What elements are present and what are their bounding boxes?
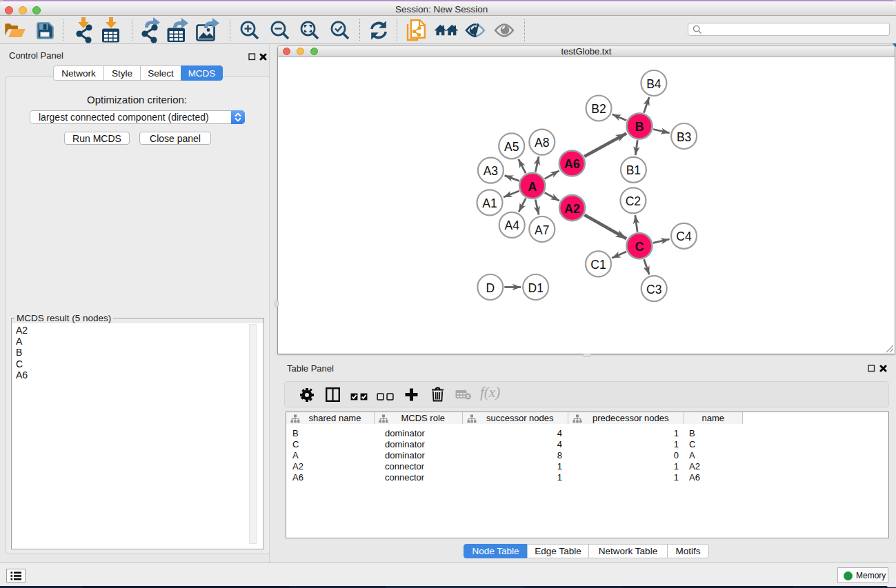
svg-text:A5: A5 (504, 140, 519, 154)
svg-text:C4: C4 (676, 230, 692, 243)
svg-text:B: B (635, 120, 644, 134)
svg-text:D1: D1 (528, 281, 544, 295)
svg-text:D: D (486, 281, 495, 295)
svg-text:A4: A4 (504, 219, 519, 232)
svg-text:B2: B2 (591, 102, 606, 116)
svg-text:C3: C3 (646, 283, 661, 296)
svg-text:A6: A6 (564, 157, 580, 171)
svg-text:A3: A3 (484, 164, 498, 178)
svg-text:C1: C1 (590, 258, 606, 272)
svg-text:C: C (635, 240, 644, 254)
svg-text:A1: A1 (482, 196, 497, 210)
svg-text:A: A (528, 180, 537, 194)
svg-text:B3: B3 (677, 130, 691, 144)
svg-text:A7: A7 (535, 223, 549, 237)
svg-text:B4: B4 (646, 77, 661, 91)
svg-text:A2: A2 (564, 202, 580, 216)
svg-text:C2: C2 (626, 194, 641, 208)
svg-text:A8: A8 (535, 136, 549, 150)
svg-text:B1: B1 (626, 163, 641, 177)
